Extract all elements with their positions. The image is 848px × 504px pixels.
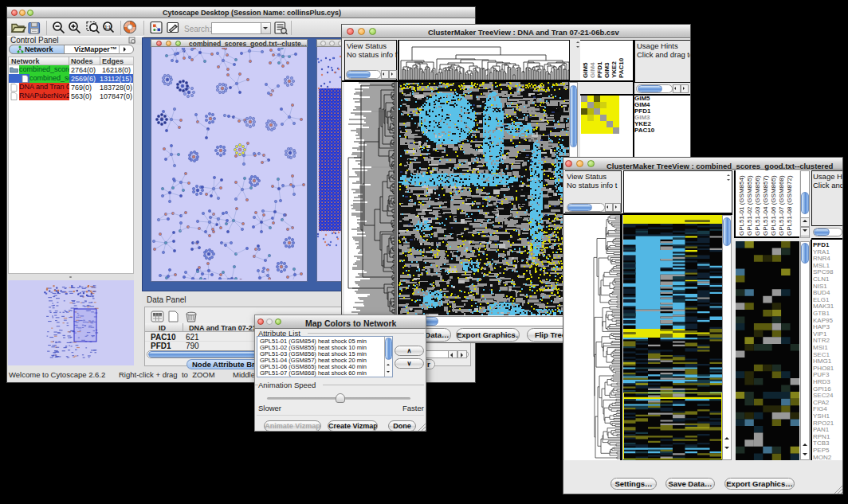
svg-text:1:1: 1:1: [104, 25, 111, 29]
